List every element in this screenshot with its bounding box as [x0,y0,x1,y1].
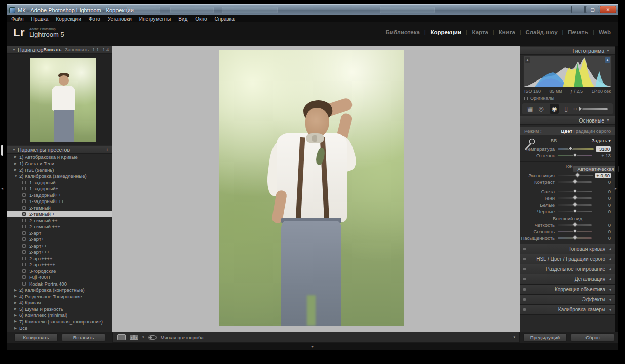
maximize-button[interactable]: ▢ [585,6,599,13]
preset-item[interactable]: 2-арт++ [7,242,112,249]
module-tab-Коррекции[interactable]: Коррекции [431,29,461,35]
module-tab-Слайд-шоу[interactable]: Слайд-шоу [525,29,557,35]
preset-folder[interactable]: ▶5) Шумы и резкость [7,306,112,312]
left-scroll-indicator[interactable] [1,145,3,156]
preset-folder[interactable]: ▶7) Комплекс (запасная_тонирование) [7,318,112,325]
menu-item-Файл[interactable]: Файл [11,16,24,22]
module-tab-Web[interactable]: Web [599,29,611,35]
menu-item-Установки[interactable]: Установки [108,16,132,22]
preset-toggle-icon[interactable] [22,187,26,190]
slider-track[interactable] [558,155,592,156]
preset-item[interactable]: 3-городские [7,268,112,274]
navigator-zoom-Заполнить[interactable]: Заполнить [65,47,89,52]
paste-button[interactable]: Вставить [62,333,105,342]
preset-toggle-icon[interactable] [22,263,26,266]
module-tab-Печать[interactable]: Печать [568,29,588,35]
menu-item-Правка[interactable]: Правка [31,16,49,22]
loupe-view-icon[interactable] [117,334,126,340]
tool-amount-slider[interactable] [582,108,608,110]
slider-track[interactable] [558,204,592,206]
preset-item[interactable]: 2-темный [7,205,112,211]
panel-header-Эффекты[interactable]: Эффекты◄ [520,295,615,305]
slider-thumb[interactable] [572,179,577,184]
slider-thumb[interactable] [568,146,573,151]
crop-tool-icon[interactable]: ▦ [527,104,533,114]
preset-item[interactable]: 2-арт++++ [7,255,112,262]
preset-toggle-icon[interactable] [22,206,26,210]
panel-header-Калибровка камеры[interactable]: Калибровка камеры◄ [520,305,615,315]
slider-track[interactable] [558,175,593,176]
slider-track[interactable] [558,191,592,192]
shadow-clipping-icon[interactable]: ▲ [525,57,530,63]
slider-thumb[interactable] [572,189,577,194]
soft-proof-toggle[interactable] [148,335,157,340]
preset-toggle-icon[interactable] [22,257,26,260]
basic-panel-header[interactable]: Основные ▼ [520,116,615,125]
preset-item[interactable]: 1-задорный++ [7,192,112,198]
slider-track[interactable] [558,181,592,183]
photo-canvas[interactable] [219,50,404,326]
adjustment-brush-icon[interactable]: ○ [573,104,577,114]
spot-removal-icon[interactable]: ◎ [538,104,543,114]
remove-preset-button[interactable]: − [98,147,101,153]
preset-folder[interactable]: ▶4) Кривая [7,300,112,306]
slider-track[interactable] [558,148,594,150]
slider-track[interactable] [558,197,592,199]
preset-item[interactable]: 2-арт+++ [7,249,112,256]
view-dropdown-icon[interactable]: ▾ [142,335,144,339]
preset-item[interactable]: 2-темный ++ [7,217,112,224]
histogram-graph[interactable]: ▲ ▲ [523,56,612,87]
menu-item-Коррекции[interactable]: Коррекции [56,16,81,22]
mode-bw-option[interactable]: Градации серого [573,128,611,134]
auto-tone-button[interactable]: Автоматическая [573,165,619,173]
slider-track[interactable] [558,237,592,239]
copy-button[interactable]: Копировать [14,333,58,342]
preset-toggle-icon[interactable] [22,244,26,248]
panel-header-Детализация[interactable]: Детализация◄ [520,274,615,285]
right-panel-collapse-arrow[interactable]: ▸ [615,186,617,191]
preset-item[interactable]: Kodak Portra 400 [7,280,112,287]
slider-thumb[interactable] [572,229,577,234]
slider-thumb[interactable] [572,235,577,240]
preset-folder[interactable]: ▼2) Калибровка (замедленные) [7,173,112,180]
slider-thumb[interactable] [575,173,580,178]
slider-thumb[interactable] [572,153,577,158]
navigator-zoom-Вписать[interactable]: Вписать [43,47,61,52]
panel-header-Раздельное тонирование[interactable]: Раздельное тонирование◄ [520,264,615,274]
preset-toggle-icon[interactable] [22,212,26,216]
navigator-header[interactable]: ▼ Навигатор ВписатьЗаполнить1:11:4▾ [7,46,112,54]
graduated-filter-icon[interactable]: ▯ [564,104,568,114]
menu-item-Окно[interactable]: Окно [195,16,207,22]
preset-toggle-icon[interactable] [22,269,26,273]
module-tab-Книга[interactable]: Книга [499,29,515,35]
preset-folder[interactable]: ▶2) HSL (зелень) [7,167,112,173]
slider-track[interactable] [558,231,592,232]
module-tab-Библиотека[interactable]: Библиотека [385,29,419,35]
preset-item[interactable]: 2-темный +++ [7,224,112,230]
navigator-zoom-1:1[interactable]: 1:1 [92,47,99,52]
minimize-button[interactable]: — [571,6,585,13]
panel-header-Коррекция объектива[interactable]: Коррекция объектива◄ [520,285,615,295]
preset-toggle-icon[interactable] [22,181,26,184]
filmstrip-collapse-arrow[interactable]: ▾ [311,344,314,349]
preset-folder[interactable]: ▶2) Калибровка (контрастные) [7,287,112,294]
slider-track[interactable] [558,211,592,212]
navigator-zoom-1:4[interactable]: 1:4 [102,47,109,52]
highlight-clipping-icon[interactable]: ▲ [605,57,610,63]
preset-toggle-icon[interactable] [22,199,26,203]
preset-item[interactable]: 2-темный + [7,211,112,218]
preset-item[interactable]: 1-задорный+ [7,186,112,192]
preset-toggle-icon[interactable] [22,219,26,222]
mode-color-option[interactable]: Цвет [561,128,572,134]
previous-button[interactable]: Предыдущий [523,333,567,342]
menu-item-Фото[interactable]: Фото [89,16,100,22]
menu-item-Вид[interactable]: Вид [178,16,187,22]
panel-header-Тоновая кривая[interactable]: Тоновая кривая◄ [520,244,615,254]
red-eye-tool-icon[interactable]: ◉ [550,104,559,114]
preset-toggle-icon[interactable] [22,225,26,228]
navigator-thumbnail[interactable] [30,58,96,142]
before-after-view-icon[interactable]: YY [130,335,138,340]
preset-toggle-icon[interactable] [22,282,26,286]
preset-item[interactable]: 1-задорный [7,179,112,186]
preset-toggle-icon[interactable] [22,193,26,197]
